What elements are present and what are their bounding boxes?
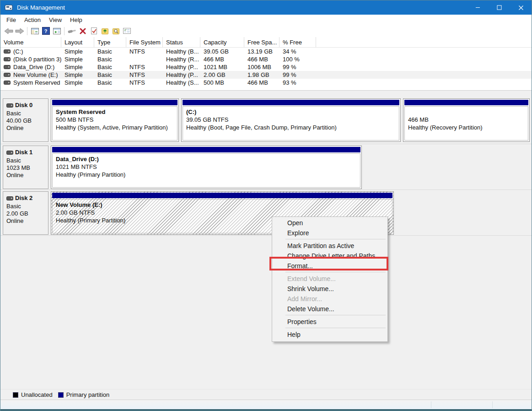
volume-row-data-drive-d[interactable]: Data_Drive (D:)SimpleBasicNTFSHealthy (P…	[0, 63, 532, 71]
context-menu-item-help[interactable]: Help	[272, 330, 387, 340]
partition-color-bar	[52, 147, 360, 152]
toolbar-separator	[64, 27, 64, 35]
partition-c[interactable]: (C:)39.05 GB NTFSHealthy (Boot, Page Fil…	[181, 98, 401, 142]
menu-bar: FileActionViewHelp	[0, 15, 532, 25]
cell: 2.00 GB	[200, 71, 244, 78]
volume-row-disk-0-partition-3[interactable]: (Disk 0 partition 3)SimpleBasicHealthy (…	[0, 55, 532, 63]
cell: 500 MB	[200, 79, 244, 86]
volume-icon	[4, 49, 11, 54]
volume-list: VolumeLayoutTypeFile SystemStatusCapacit…	[0, 37, 532, 91]
cell: Simple	[61, 71, 94, 78]
cell: 39.05 GB	[200, 48, 244, 55]
disk-row-divider	[0, 189, 532, 190]
context-menu-separator	[285, 272, 386, 272]
cell: Simple	[61, 79, 94, 86]
column-header-free[interactable]: % Free	[279, 37, 316, 47]
disk-row-disk-1: Disk 1Basic1023 MBOnlineData_Drive (D:)1…	[0, 146, 532, 189]
menu-help[interactable]: Help	[66, 15, 86, 25]
cell: System Reserved	[0, 79, 61, 86]
cell: Basic	[94, 48, 126, 55]
partition-info: System Reserved500 MB NTFSHealthy (Syste…	[52, 106, 177, 141]
column-header-layout[interactable]: Layout	[61, 37, 94, 47]
disk-label-disk-1[interactable]: Disk 1Basic1023 MBOnline	[3, 146, 48, 189]
legend-item-unallocated: Unallocated	[13, 391, 53, 398]
check-document-icon[interactable]	[88, 26, 99, 36]
cell: 1021 MB	[200, 64, 244, 70]
context-menu-item-mark-partition-as-active[interactable]: Mark Partition as Active	[272, 241, 387, 251]
volume-icon	[4, 73, 11, 77]
menu-view[interactable]: View	[45, 15, 66, 25]
context-menu-item-change-drive-letter-and-paths[interactable]: Change Drive Letter and Paths...	[272, 251, 387, 261]
window-title: Disk Management	[17, 4, 65, 11]
forward-arrow-icon[interactable]	[14, 26, 25, 36]
minimize-button[interactable]	[467, 0, 489, 15]
context-menu-separator	[285, 315, 386, 315]
maximize-button[interactable]	[489, 0, 510, 15]
context-menu-item-shrink-volume[interactable]: Shrink Volume...	[272, 284, 387, 294]
action-pane-icon[interactable]	[51, 26, 62, 36]
legend-swatch	[58, 392, 64, 398]
partition-info: Data_Drive (D:)1021 MB NTFSHealthy (Prim…	[52, 153, 360, 188]
cell: 466 MB	[244, 79, 279, 86]
cell: New Volume (E:)	[0, 71, 61, 78]
status-bar-separator	[431, 401, 431, 408]
cell: (C:)	[0, 48, 61, 55]
context-menu-item-open[interactable]: Open	[272, 218, 387, 228]
tool-icon[interactable]	[66, 26, 77, 36]
disk-label-disk-2[interactable]: Disk 2Basic2.00 GBOnline	[3, 191, 48, 235]
cell: Simple	[61, 64, 94, 70]
drive-search-icon[interactable]	[110, 26, 121, 36]
graph-area: Disk 0Basic40.00 GBOnlineSystem Reserved…	[0, 91, 532, 389]
column-header-file-system[interactable]: File System	[126, 37, 163, 47]
title-bar: Disk Management	[0, 0, 532, 15]
cell: 13.19 GB	[244, 48, 279, 55]
cell: 99 %	[279, 64, 316, 70]
cell: Basic	[94, 56, 126, 63]
menu-action[interactable]: Action	[20, 15, 45, 25]
volume-list-body: (C:)SimpleBasicNTFSHealthy (B...39.05 GB…	[0, 48, 532, 87]
volume-row-c[interactable]: (C:)SimpleBasicNTFSHealthy (B...39.05 GB…	[0, 48, 532, 55]
drive-up-icon[interactable]	[99, 26, 110, 36]
column-header-type[interactable]: Type	[94, 37, 126, 47]
context-menu-item-format[interactable]: Format...	[272, 261, 387, 271]
close-button[interactable]	[510, 0, 532, 15]
volume-icon	[4, 81, 11, 85]
context-menu-separator	[285, 239, 386, 239]
column-header-status[interactable]: Status	[163, 37, 200, 47]
volume-row-new-volume-e[interactable]: New Volume (E:)SimpleBasicNTFSHealthy (P…	[0, 71, 532, 79]
context-menu-item-delete-volume[interactable]: Delete Volume...	[272, 304, 387, 314]
context-menu-item-properties[interactable]: Properties	[272, 317, 387, 327]
disk-row-divider	[0, 235, 532, 236]
column-header-volume[interactable]: Volume	[0, 37, 61, 47]
cell: 466 MB	[200, 56, 244, 63]
column-header-capacity[interactable]: Capacity	[200, 37, 244, 47]
cell: 99 %	[279, 71, 316, 78]
properties-icon[interactable]	[121, 26, 132, 36]
partition-system-reserved[interactable]: System Reserved500 MB NTFSHealthy (Syste…	[51, 98, 179, 142]
partition-data-drive-d[interactable]: Data_Drive (D:)1021 MB NTFSHealthy (Prim…	[51, 146, 362, 189]
disk-icon	[6, 151, 13, 155]
disk-row-divider	[0, 144, 532, 144]
volume-row-system-reserved[interactable]: System ReservedSimpleBasicNTFSHealthy (S…	[0, 79, 532, 87]
cell: Healthy (P...	[163, 71, 200, 78]
menu-file[interactable]: File	[2, 15, 20, 25]
column-header-free-spa[interactable]: Free Spa...	[244, 37, 279, 47]
context-menu-item-explore[interactable]: Explore	[272, 228, 387, 238]
partition-recovery[interactable]: 466 MBHealthy (Recovery Partition)	[403, 98, 530, 142]
toolbar: ?	[0, 25, 532, 38]
cell: 34 %	[279, 48, 316, 55]
delete-icon[interactable]	[77, 26, 88, 36]
legend-swatch	[13, 392, 18, 398]
disk-label-disk-0[interactable]: Disk 0Basic40.00 GBOnline	[3, 98, 48, 142]
cell: 466 MB	[244, 56, 279, 63]
volume-list-header: VolumeLayoutTypeFile SystemStatusCapacit…	[0, 37, 532, 48]
partition-color-bar	[404, 100, 528, 105]
help-icon[interactable]: ?	[40, 26, 51, 36]
console-tree-icon[interactable]	[29, 26, 40, 36]
back-arrow-icon[interactable]	[3, 26, 14, 36]
context-menu-separator	[285, 328, 386, 328]
cell: NTFS	[126, 71, 163, 78]
cell: (Disk 0 partition 3)	[0, 56, 61, 63]
cell: Basic	[94, 64, 126, 70]
cell: Healthy (R...	[163, 56, 200, 63]
